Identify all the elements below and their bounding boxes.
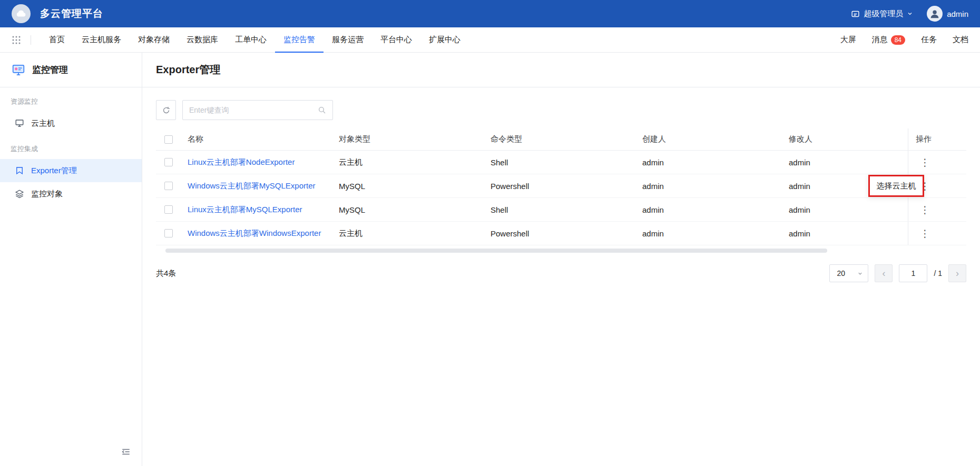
apps-grid-icon[interactable] xyxy=(12,35,21,45)
title-bar: Exporter管理 xyxy=(142,53,980,87)
nav-item-cloud-db[interactable]: 云数据库 xyxy=(178,27,227,53)
nav-docs-label: 文档 xyxy=(953,35,968,45)
chevron-down-icon xyxy=(857,271,863,276)
cell-creator: admin xyxy=(642,158,789,167)
chevron-down-icon xyxy=(907,11,913,17)
role-badge-icon xyxy=(851,9,860,18)
page: 多云管理平台 超级管理员 xyxy=(0,0,980,466)
user-menu[interactable]: admin xyxy=(927,6,968,22)
cell-cmd: Powershell xyxy=(491,229,642,238)
nav-tasks[interactable]: 任务 xyxy=(921,35,937,45)
topbar: 多云管理平台 超级管理员 xyxy=(0,0,980,27)
role-label: 超级管理员 xyxy=(864,9,903,19)
search-icon[interactable] xyxy=(318,106,326,114)
sidebar-item-label: 云主机 xyxy=(31,118,55,128)
row-checkbox[interactable] xyxy=(164,205,173,214)
page-title: Exporter管理 xyxy=(156,63,220,77)
topbar-right: 超级管理员 admin xyxy=(851,6,968,22)
nav-item-platform-center[interactable]: 平台中心 xyxy=(372,27,420,53)
nav-right: 大屏 消息 84 任务 文档 xyxy=(840,35,968,45)
collapse-sidebar-button[interactable] xyxy=(120,446,132,458)
main-navbar: 首页 云主机服务 对象存储 云数据库 工单中心 监控告警 服务运营 平台中心 扩… xyxy=(0,27,980,53)
exporter-name-link[interactable]: Linux云主机部署MySQLExporter xyxy=(188,205,302,214)
sidebar-item-exporter[interactable]: Exporter管理 xyxy=(0,159,142,182)
column-header-creator: 创建人 xyxy=(642,134,789,144)
exporter-name-link[interactable]: Windows云主机部署MySQLExporter xyxy=(188,181,316,190)
cell-creator: admin xyxy=(642,205,789,214)
cell-cmd: Shell xyxy=(491,205,642,214)
column-header-modifier: 修改人 xyxy=(789,134,908,144)
page-total-label: / 1 xyxy=(934,269,942,277)
toolbar xyxy=(156,100,966,120)
role-switcher[interactable]: 超级管理员 xyxy=(851,9,913,19)
table-row: Windows云主机部署WindowsExporter 云主机 Powershe… xyxy=(156,222,966,245)
sidebar-item-monitor-target[interactable]: 监控对象 xyxy=(0,182,142,205)
nav-item-monitor-alert[interactable]: 监控告警 xyxy=(275,27,324,53)
cell-cmd: Shell xyxy=(491,158,642,167)
nav-item-host-service[interactable]: 云主机服务 xyxy=(73,27,130,53)
exporter-icon xyxy=(15,166,24,175)
row-actions-kebab-button[interactable]: ⋮ xyxy=(916,155,934,170)
page-number-input[interactable] xyxy=(899,264,927,282)
select-all-checkbox[interactable] xyxy=(164,135,173,144)
nav-item-home[interactable]: 首页 xyxy=(41,27,73,53)
table-row: Windows云主机部署MySQLExporter MySQL Powershe… xyxy=(156,174,966,198)
nav-item-service-ops[interactable]: 服务运营 xyxy=(324,27,372,53)
nav-bigscreen-label: 大屏 xyxy=(840,35,856,45)
next-page-button[interactable]: › xyxy=(948,264,966,282)
row-actions-kebab-button[interactable]: ⋮ xyxy=(916,226,934,241)
page-size-value: 20 xyxy=(837,269,845,277)
pagination: 共4条 20 ‹ / 1 › xyxy=(156,264,966,282)
horizontal-scrollbar[interactable] xyxy=(165,249,827,253)
column-header-action: 操作 xyxy=(908,128,966,150)
search-input[interactable] xyxy=(189,106,318,114)
nav-messages[interactable]: 消息 84 xyxy=(872,35,905,45)
row-checkbox[interactable] xyxy=(164,229,173,237)
refresh-button[interactable] xyxy=(156,100,176,120)
nav-item-object-storage[interactable]: 对象存储 xyxy=(130,27,178,53)
nav-item-ticket-center[interactable]: 工单中心 xyxy=(227,27,275,53)
group-label-resource-monitor: 资源监控 xyxy=(0,87,142,112)
cell-type: MySQL xyxy=(339,182,491,191)
total-count-label: 共4条 xyxy=(156,269,176,279)
row-checkbox[interactable] xyxy=(164,158,173,166)
sidebar-title: 监控管理 xyxy=(32,64,68,76)
content: 名称 对象类型 命令类型 创建人 修改人 操作 Linux云主机部署NodeEx… xyxy=(142,87,980,282)
cell-type: MySQL xyxy=(339,205,491,214)
table-row: Linux云主机部署MySQLExporter MySQL Shell admi… xyxy=(156,198,966,222)
cell-creator: admin xyxy=(642,229,789,238)
refresh-icon xyxy=(162,106,171,115)
exporter-name-link[interactable]: Linux云主机部署NodeExporter xyxy=(188,157,295,166)
group-label-monitor-integration: 监控集成 xyxy=(0,135,142,159)
nav-bigscreen[interactable]: 大屏 xyxy=(840,35,856,45)
column-header-type: 对象类型 xyxy=(339,134,491,144)
exporter-table: 名称 对象类型 命令类型 创建人 修改人 操作 Linux云主机部署NodeEx… xyxy=(156,128,966,245)
cloud-icon xyxy=(15,8,27,19)
nav-items: 首页 云主机服务 对象存储 云数据库 工单中心 监控告警 服务运营 平台中心 扩… xyxy=(41,27,469,53)
row-checkbox[interactable] xyxy=(164,182,173,190)
nav-docs[interactable]: 文档 xyxy=(953,35,968,45)
nav-item-extension-center[interactable]: 扩展中心 xyxy=(420,27,469,53)
pager-controls: 20 ‹ / 1 › xyxy=(829,264,966,282)
sidebar-item-cloud-host[interactable]: 云主机 xyxy=(0,112,142,135)
cell-modifier: admin xyxy=(789,205,908,214)
cell-modifier: admin xyxy=(789,229,908,238)
cell-type: 云主机 xyxy=(339,229,491,239)
page-size-select[interactable]: 20 xyxy=(829,264,868,282)
column-header-cmd: 命令类型 xyxy=(491,134,642,144)
table-row: Linux云主机部署NodeExporter 云主机 Shell admin a… xyxy=(156,151,966,174)
sidebar: 监控管理 资源监控 云主机 监控集成 Expo xyxy=(0,53,142,466)
collapse-sidebar-icon xyxy=(121,447,131,457)
avatar xyxy=(927,6,943,22)
nav-messages-label: 消息 xyxy=(872,35,888,45)
sidebar-item-label: Exporter管理 xyxy=(31,166,77,176)
exporter-name-link[interactable]: Windows云主机部署WindowsExporter xyxy=(188,229,321,237)
table-header-row: 名称 对象类型 命令类型 创建人 修改人 操作 xyxy=(156,128,966,151)
row-actions-kebab-button[interactable]: ⋮ xyxy=(916,203,934,217)
select-cloud-host-menu-item[interactable]: 选择云主机 xyxy=(868,175,924,197)
main-content: Exporter管理 xyxy=(142,53,980,466)
sidebar-header: 监控管理 xyxy=(0,53,142,87)
cell-cmd: Powershell xyxy=(491,182,642,191)
app-title: 多云管理平台 xyxy=(40,7,103,21)
prev-page-button[interactable]: ‹ xyxy=(875,264,893,282)
